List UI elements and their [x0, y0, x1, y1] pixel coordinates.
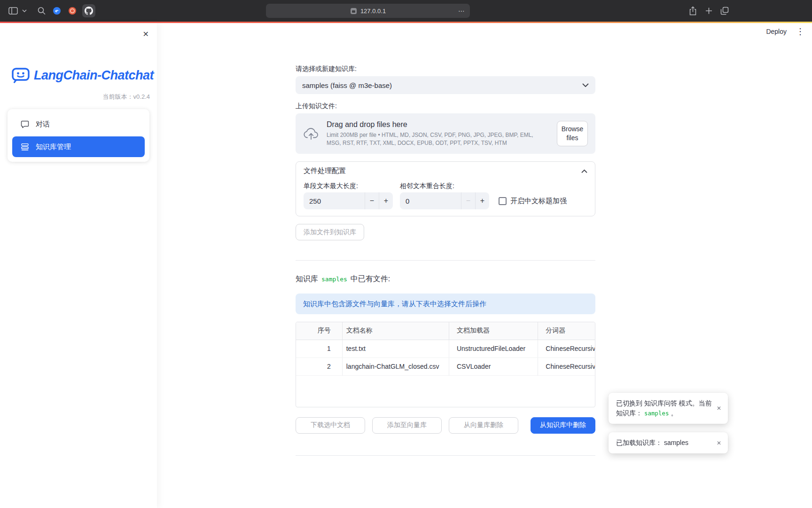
cell-index: 1 [296, 340, 342, 357]
column-header-index[interactable]: 序号 [296, 322, 342, 340]
knowledge-base-icon [21, 143, 29, 151]
dropzone-title: Drag and drop files here [327, 120, 549, 129]
add-to-vector-store-button[interactable]: 添加至向量库 [372, 417, 442, 434]
app-shortcut-orange[interactable] [68, 7, 77, 15]
blue-app-icon [53, 7, 61, 15]
zh-title-enhance-checkbox[interactable]: 开启中文标题加强 [499, 197, 567, 206]
sidebar-item-label: 对话 [36, 120, 50, 129]
delete-from-kb-button[interactable]: 从知识库中删除 [531, 417, 595, 434]
chunk-size-field: 单段文本最大长度: 250 − + [304, 182, 393, 209]
cell-loader: CSVLoader [449, 358, 538, 375]
sidebar-toggle-button[interactable] [8, 7, 18, 15]
chevron-up-icon [581, 169, 587, 173]
checkbox-label: 开启中文标题加强 [510, 197, 567, 206]
chunk-size-value[interactable]: 250 [304, 192, 365, 209]
page-settings-button[interactable]: ⋯ [457, 6, 466, 16]
chat-bubble-icon [21, 120, 29, 128]
delete-from-vector-store-button[interactable]: 从向量库删除 [449, 417, 518, 434]
table-header-row: 序号 文档名称 文档加载器 分词器 [296, 322, 595, 340]
streamlit-header: Deploy ⋮ [766, 27, 804, 36]
overlap-size-value[interactable]: 0 [400, 192, 461, 209]
file-dropzone[interactable]: Drag and drop files here Limit 200MB per… [296, 113, 595, 154]
browse-files-button[interactable]: Browse files [557, 121, 588, 146]
github-shortcut[interactable] [82, 4, 95, 17]
checkbox-icon[interactable] [499, 197, 507, 205]
app-logo: LangChain-Chatchat [12, 67, 154, 83]
existing-files-heading: 知识库 samples 中已有文件: [296, 274, 595, 284]
toast-kb-name-code: samples [644, 410, 669, 417]
sidebar-item-chat[interactable]: 对话 [12, 114, 145, 135]
kb-selected-value: samples (faiss @ m3e-base) [302, 81, 392, 89]
expander-title: 文件处理配置 [304, 167, 346, 175]
chevron-down-icon [22, 9, 27, 12]
dropzone-limit-text: Limit 200MB per file • HTML, MD, JSON, C… [327, 131, 547, 146]
kb-select-label: 请选择或新建知识库: [296, 65, 595, 72]
tabs-icon [720, 7, 729, 15]
column-header-doc-name[interactable]: 文档名称 [342, 322, 449, 340]
address-bar[interactable]: 127.0.0.1 ⋯ [266, 4, 470, 18]
sidebar-menu: 对话 知识库管理 [8, 109, 149, 162]
column-header-loader[interactable]: 文档加载器 [449, 322, 538, 340]
table-row[interactable]: 2 langchain-ChatGLM_closed.csv CSVLoader… [296, 358, 595, 376]
overlap-plus-button[interactable]: + [475, 192, 489, 209]
overlap-minus-button[interactable]: − [461, 192, 475, 209]
existing-files-suffix: 中已有文件: [351, 274, 390, 284]
column-header-splitter[interactable]: 分词器 [538, 322, 595, 340]
upload-label: 上传知识文件: [296, 102, 595, 110]
divider [296, 260, 595, 261]
deploy-button[interactable]: Deploy [766, 28, 787, 35]
table-actions: 下载选中文档 添加至向量库 从向量库删除 从知识库中删除 [296, 417, 595, 434]
main-menu-kebab-icon[interactable]: ⋮ [796, 27, 804, 36]
chunk-plus-button[interactable]: + [379, 192, 393, 209]
app-shortcut-blue[interactable] [53, 7, 61, 15]
existing-files-prefix: 知识库 [296, 274, 318, 284]
toast-mode-switched: 已切换到 知识库问答 模式。当前知识库： samples 。 ✕ [609, 393, 728, 424]
chevron-down-icon [582, 83, 589, 87]
search-icon [38, 7, 46, 15]
plus-icon [705, 8, 712, 15]
chunk-minus-button[interactable]: − [365, 192, 379, 209]
sidebar-panel-icon [8, 7, 18, 15]
sidebar: ✕ LangChain-Chatchat 当前版本：v0.2.4 对话 知识库管… [0, 23, 157, 508]
cell-index: 2 [296, 358, 342, 375]
sidebar-close-button[interactable]: ✕ [141, 29, 151, 40]
chunk-size-label: 单段文本最大长度: [304, 182, 393, 190]
chatchat-logo-icon [12, 67, 30, 83]
version-caption: 当前版本：v0.2.4 [103, 93, 150, 101]
add-files-button[interactable]: 添加文件到知识库 [296, 224, 364, 240]
site-favicon [350, 8, 357, 15]
overlap-size-label: 相邻文本重合长度: [400, 182, 489, 190]
toast-close-button[interactable]: ✕ [715, 404, 723, 413]
file-config-expander: 文件处理配置 单段文本最大长度: 250 − + 相邻文本重合长度: [296, 161, 595, 216]
toast-stack: 已切换到 知识库问答 模式。当前知识库： samples 。 ✕ 已加载知识库：… [609, 393, 728, 453]
share-button[interactable] [689, 6, 697, 16]
browser-toolbar: 127.0.0.1 ⋯ [0, 0, 812, 22]
download-selected-button[interactable]: 下载选中文档 [296, 417, 365, 434]
share-icon [689, 6, 697, 16]
url-text: 127.0.0.1 [360, 8, 386, 15]
overlap-size-field: 相邻文本重合长度: 0 − + [400, 182, 489, 209]
table-row[interactable]: 1 test.txt UnstructuredFileLoader Chines… [296, 340, 595, 358]
kb-selectbox[interactable]: samples (faiss @ m3e-base) [296, 76, 595, 94]
overlap-size-input[interactable]: 0 − + [400, 192, 489, 209]
cell-splitter: ChineseRecursiveT [538, 340, 595, 357]
sidebar-toggle-chevron[interactable] [22, 9, 27, 12]
content-block: 请选择或新建知识库: samples (faiss @ m3e-base) 上传… [296, 23, 595, 456]
new-tab-button[interactable] [705, 8, 712, 15]
sidebar-item-label: 知识库管理 [36, 143, 71, 151]
cell-doc-name: langchain-ChatGLM_closed.csv [342, 358, 449, 375]
cell-splitter: ChineseRecursiveT [538, 358, 595, 375]
search-button[interactable] [38, 7, 46, 15]
github-icon [85, 7, 93, 15]
toast-close-button[interactable]: ✕ [715, 439, 723, 447]
files-table[interactable]: 序号 文档名称 文档加载器 分词器 1 test.txt Unstructure… [296, 322, 595, 407]
cloud-upload-icon [303, 127, 319, 140]
app-logo-text: LangChain-Chatchat [34, 68, 154, 83]
toast-kb-loaded: 已加载知识库： samples ✕ [609, 432, 728, 453]
chunk-size-input[interactable]: 250 − + [304, 192, 393, 209]
sidebar-item-knowledge-base[interactable]: 知识库管理 [12, 136, 145, 157]
divider [296, 455, 595, 456]
expander-content: 单段文本最大长度: 250 − + 相邻文本重合长度: 0 − + [296, 180, 595, 216]
expander-header[interactable]: 文件处理配置 [296, 162, 595, 180]
tab-overview-button[interactable] [720, 7, 729, 15]
